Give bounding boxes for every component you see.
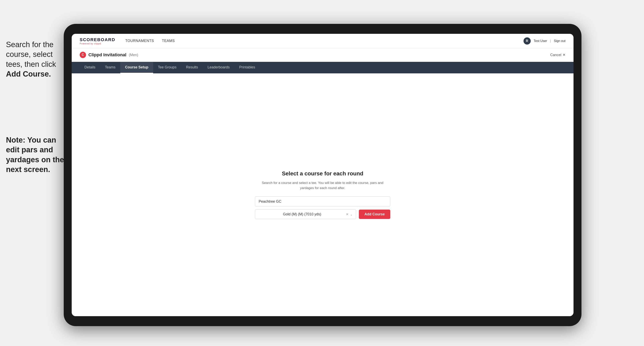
separator: | — [550, 39, 551, 43]
user-name: Test User — [534, 39, 547, 43]
tab-course-setup[interactable]: Course Setup — [120, 62, 153, 73]
annotation-line2: course, select — [6, 49, 62, 59]
annotation-line4: Add Course. — [6, 69, 62, 79]
tab-results[interactable]: Results — [181, 62, 203, 73]
logo-text: SCOREBOARD — [80, 37, 115, 42]
note-line3: yardages on the — [6, 155, 68, 165]
nav-teams[interactable]: TEAMS — [162, 39, 175, 43]
tab-teams[interactable]: Teams — [100, 62, 120, 73]
avatar: R — [524, 37, 531, 44]
chevron-up-icon: ⌃ — [350, 212, 353, 216]
tournament-title: C Clippd Invitational (Men) — [80, 52, 138, 58]
annotation-note: Note: You can edit pars and yardages on … — [6, 135, 68, 174]
main-content: Select a course for each round Search fo… — [72, 73, 574, 316]
tournament-name: Clippd Invitational — [88, 52, 126, 57]
annotation-line1: Search for the — [6, 40, 62, 49]
tournament-type: (Men) — [129, 53, 138, 57]
tee-select-value: Gold (M) (M) (7010 yds) — [258, 212, 346, 216]
tab-details[interactable]: Details — [80, 62, 100, 73]
tablet-screen: SCOREBOARD Powered by clippd TOURNAMENTS… — [72, 34, 574, 316]
cancel-button[interactable]: Cancel ✕ — [550, 53, 566, 57]
annotation-text: Search for the course, select tees, then… — [6, 40, 62, 79]
navbar-left: SCOREBOARD Powered by clippd TOURNAMENTS… — [80, 37, 175, 45]
top-navbar: SCOREBOARD Powered by clippd TOURNAMENTS… — [72, 34, 574, 48]
note-line1: Note: You can — [6, 135, 68, 145]
course-select-card: Select a course for each round Search fo… — [255, 171, 390, 219]
tablet-device: SCOREBOARD Powered by clippd TOURNAMENTS… — [64, 24, 582, 326]
tee-select-container[interactable]: Gold (M) (M) (7010 yds) ✕ ⌃ — [255, 209, 356, 219]
card-description: Search for a course and select a tee. Yo… — [255, 180, 390, 190]
tab-tee-groups[interactable]: Tee Groups — [153, 62, 181, 73]
logo-area: SCOREBOARD Powered by clippd — [80, 37, 115, 45]
note-line4: next screen. — [6, 165, 68, 174]
course-search-input[interactable] — [255, 196, 390, 207]
tee-select-row: Gold (M) (M) (7010 yds) ✕ ⌃ Add Course — [255, 209, 390, 219]
tee-select-icons: ✕ ⌃ — [346, 212, 353, 216]
note-line2: edit pars and — [6, 145, 68, 155]
sign-out-link[interactable]: Sign out — [554, 39, 566, 43]
navbar-right: R Test User | Sign out — [524, 37, 566, 44]
logo-sub: Powered by clippd — [80, 42, 115, 45]
card-title: Select a course for each round — [255, 171, 390, 177]
tab-printables[interactable]: Printables — [234, 62, 260, 73]
clear-icon[interactable]: ✕ — [346, 212, 348, 216]
tournament-header: C Clippd Invitational (Men) Cancel ✕ — [72, 48, 574, 62]
tab-navigation: Details Teams Course Setup Tee Groups Re… — [72, 62, 574, 73]
course-search-wrap — [255, 196, 390, 207]
tab-leaderboards[interactable]: Leaderboards — [203, 62, 234, 73]
add-course-button[interactable]: Add Course — [359, 210, 390, 219]
tournament-icon: C — [80, 52, 86, 58]
annotation-line3: tees, then click — [6, 59, 62, 69]
nav-links: TOURNAMENTS TEAMS — [125, 39, 175, 43]
nav-tournaments[interactable]: TOURNAMENTS — [125, 39, 154, 43]
